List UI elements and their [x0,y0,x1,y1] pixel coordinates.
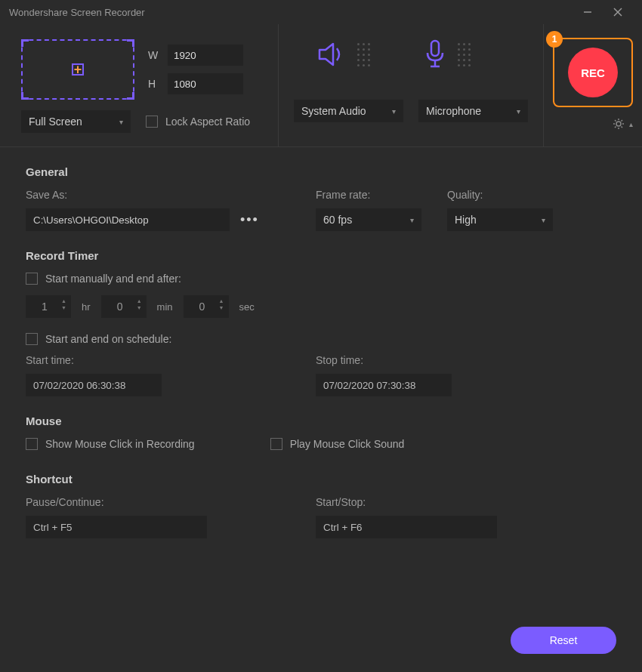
microphone-select[interactable]: Microphone ▾ [418,100,528,122]
chevron-down-icon: ▾ [542,216,545,224]
mins-spinner[interactable]: 0▲▼ [101,295,147,318]
shortcut-heading: Shortcut [26,473,616,486]
height-input[interactable] [168,73,243,94]
system-audio-select[interactable]: System Audio ▾ [294,100,403,122]
plus-icon: + [74,62,82,78]
width-input[interactable] [168,45,243,66]
chevron-down-icon: ▾ [410,216,414,224]
step-badge: 1 [546,31,563,48]
chevron-down-icon: ▾ [517,107,520,116]
stop-time-input[interactable] [316,374,452,396]
quality-label: Quality: [447,189,553,201]
settings-panel: General Save As: ••• Frame rate: 60 fps … [0,147,642,575]
minimize-button[interactable] [573,0,603,24]
microphone-value: Microphone [426,105,481,117]
frame-rate-value: 60 fps [323,214,352,226]
play-sound-label: Play Mouse Click Sound [290,438,405,450]
close-button[interactable] [603,0,633,24]
capture-region-box[interactable]: + [21,39,134,100]
startstop-shortcut-input[interactable] [316,516,497,538]
play-sound-checkbox[interactable] [270,438,282,450]
lock-aspect-checkbox[interactable] [146,116,158,128]
quality-value: High [455,214,477,226]
mic-audio-item [423,39,471,69]
mins-unit: min [157,301,173,313]
record-button[interactable]: REC [568,48,618,97]
chevron-up-icon: ▴ [629,120,633,128]
footer: Reset [511,627,616,654]
stop-time-label: Stop time: [316,354,452,366]
start-time-label: Start time: [26,354,290,366]
schedule-checkbox[interactable] [26,333,38,345]
save-as-label: Save As: [26,189,290,201]
frame-rate-select[interactable]: 60 fps ▾ [316,208,421,231]
show-click-checkbox[interactable] [26,438,38,450]
audio-panel: System Audio ▾ Microphone ▾ [279,24,544,146]
top-panel: + W H Full Screen ▾ Lock Aspect Ratio [0,24,642,147]
rec-panel: 1 REC ▴ [544,24,642,146]
chevron-down-icon: ▾ [392,107,396,116]
secs-spinner[interactable]: 0▲▼ [184,295,229,318]
hours-spinner[interactable]: 1▲▼ [26,295,71,318]
width-label: W [148,49,160,61]
microphone-icon [423,39,447,69]
window-title: Wondershare Screen Recorder [9,7,145,18]
svg-rect-3 [431,41,439,56]
reset-button[interactable]: Reset [511,627,616,654]
level-meter [458,43,471,66]
save-path-input[interactable] [26,208,230,231]
record-label: REC [581,66,605,79]
svg-point-6 [616,122,621,126]
general-heading: General [26,165,616,178]
gear-icon [613,118,625,130]
lock-aspect-label: Lock Aspect Ratio [165,116,250,128]
start-time-input[interactable] [26,374,162,396]
pause-shortcut-input[interactable] [26,516,207,538]
manual-end-checkbox[interactable] [26,273,38,285]
height-label: H [148,78,160,90]
level-meter [357,43,370,66]
system-audio-item [316,39,370,69]
timer-heading: Record Timer [26,249,616,262]
mouse-heading: Mouse [26,415,616,427]
startstop-shortcut-label: Start/Stop: [316,496,497,508]
pause-shortcut-label: Pause/Continue: [26,496,290,508]
rec-highlight-box: 1 REC [553,38,633,107]
region-mode-value: Full Screen [29,116,82,128]
settings-toggle[interactable]: ▴ [553,118,633,130]
frame-rate-label: Frame rate: [316,189,421,201]
titlebar: Wondershare Screen Recorder [0,0,642,24]
hours-unit: hr [82,301,91,313]
region-panel: + W H Full Screen ▾ Lock Aspect Ratio [0,24,279,146]
secs-unit: sec [239,301,255,313]
system-audio-value: System Audio [301,105,366,117]
speaker-icon [316,41,347,68]
manual-end-label: Start manually and end after: [45,273,181,285]
schedule-label: Start and end on schedule: [45,333,171,345]
close-icon [613,8,622,17]
show-click-label: Show Mouse Click in Recording [45,438,195,450]
minimize-icon [583,8,592,17]
quality-select[interactable]: High ▾ [447,208,553,231]
browse-button[interactable]: ••• [240,212,259,228]
chevron-down-icon: ▾ [119,118,123,126]
region-mode-select[interactable]: Full Screen ▾ [21,110,131,133]
